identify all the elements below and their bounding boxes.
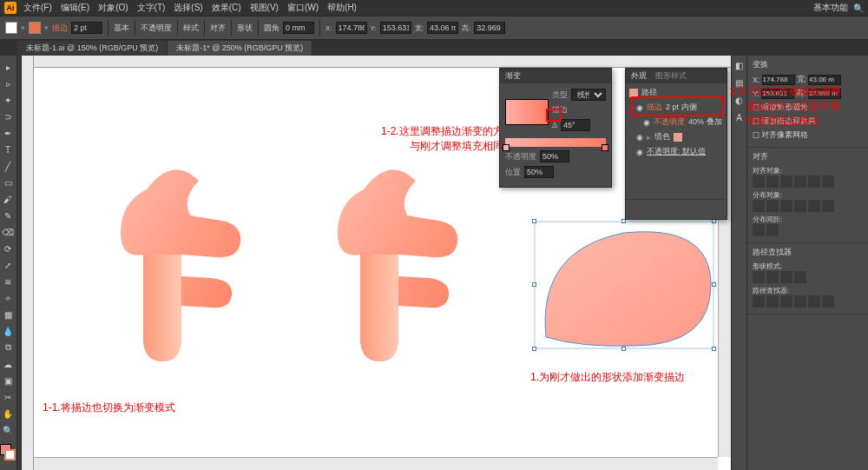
stroke-swatch[interactable] (29, 22, 41, 34)
menu-file[interactable]: 文件(F) (23, 2, 52, 14)
gradient-type-select[interactable]: 线性 (571, 89, 606, 101)
shape-btn[interactable]: 形状 (237, 23, 253, 34)
menu-select[interactable]: 选择(S) (174, 2, 202, 14)
direct-select-tool-icon[interactable]: ▹ (0, 76, 16, 91)
style-label[interactable]: 样式 (183, 23, 199, 34)
opacity-label[interactable]: 不透明度 (141, 23, 172, 34)
rotate-tool-icon[interactable]: ⟳ (0, 241, 16, 256)
dist-icon[interactable] (780, 200, 792, 212)
y-input[interactable] (380, 22, 411, 34)
width-tool-icon[interactable]: ≋ (0, 274, 16, 289)
gradient-tab[interactable]: 渐变 (505, 70, 521, 82)
selection-tool-icon[interactable]: ▸ (0, 59, 16, 75)
panel-new-icon[interactable] (697, 202, 707, 213)
h-input[interactable] (474, 22, 505, 34)
eye-icon[interactable]: ◉ (643, 118, 650, 127)
round-input[interactable] (283, 22, 314, 34)
dist-space-icon[interactable] (766, 224, 779, 236)
align-hcenter-icon[interactable] (766, 175, 779, 188)
shaper-tool-icon[interactable]: ✧ (0, 290, 16, 306)
slice-tool-icon[interactable]: ✂ (0, 389, 16, 405)
basic-dash[interactable]: 基本 (114, 23, 129, 34)
symbol-tool-icon[interactable]: ☁ (0, 356, 16, 372)
grad-loc-input[interactable] (524, 166, 554, 178)
blend-tool-icon[interactable]: ⧉ (0, 340, 16, 355)
pf-icon[interactable] (753, 295, 765, 308)
pf-icon[interactable] (794, 295, 806, 308)
w-input[interactable] (427, 22, 458, 34)
artboard-tool-icon[interactable]: ▣ (0, 373, 16, 388)
menu-view[interactable]: 视图(V) (250, 2, 279, 14)
pf-icon[interactable] (780, 295, 792, 308)
gradient-slider[interactable] (505, 138, 606, 147)
minus-icon[interactable] (766, 271, 779, 283)
align-pixel-check[interactable]: ☐ (753, 131, 760, 140)
appearance-tab[interactable]: 外观 (631, 70, 647, 82)
teardrop-shape[interactable] (529, 215, 720, 354)
doc-tab-2[interactable]: 未标题-1* @ 250% (RGB/GPU 预览) (168, 41, 312, 56)
panel-btn-icon[interactable] (645, 202, 655, 213)
align-vcenter-icon[interactable] (808, 175, 820, 188)
pf-icon[interactable] (766, 295, 779, 308)
dist-icon[interactable] (822, 200, 834, 212)
pen-tool-icon[interactable]: ✒ (0, 125, 16, 141)
fill-swatch[interactable] (5, 22, 17, 34)
hand-tool-icon[interactable]: ✋ (0, 406, 16, 421)
align-bottom-icon[interactable] (822, 175, 834, 188)
gradient-panel[interactable]: 渐变 类型线性 描边 Δ 不透明度 位置 (499, 68, 612, 188)
panel-trash-icon[interactable] (711, 202, 721, 213)
appearance-panel[interactable]: 外观 图形样式 路径 ◉描边2 pt 内侧 ◉不透明度40% 叠加 ◉▸填色 ◉… (625, 68, 727, 220)
zoom-tool-icon[interactable]: 🔍 (0, 422, 16, 438)
search-icon[interactable]: 🔍 (853, 3, 864, 13)
exclude-icon[interactable] (794, 271, 806, 283)
menu-effect[interactable]: 效果(C) (212, 2, 241, 14)
stroke-align-icon[interactable] (595, 106, 604, 115)
lasso-tool-icon[interactable]: ⊃ (0, 109, 16, 124)
menu-help[interactable]: 帮助(H) (327, 2, 357, 14)
eye-icon[interactable]: ◉ (636, 133, 643, 142)
intersect-icon[interactable] (780, 271, 792, 283)
eye-icon[interactable]: ◉ (636, 148, 643, 156)
dist-icon[interactable] (753, 200, 765, 212)
align-top-icon[interactable] (794, 175, 806, 188)
eraser-tool-icon[interactable]: ⌫ (0, 224, 16, 240)
menu-object[interactable]: 对象(O) (98, 2, 128, 14)
panel-btn-icon[interactable] (631, 202, 641, 213)
pf-icon[interactable] (822, 295, 834, 308)
x-input[interactable] (336, 22, 367, 34)
scale-tool-icon[interactable]: ⤢ (0, 257, 16, 273)
stroke-align-icon[interactable] (571, 106, 580, 115)
line-tool-icon[interactable]: ╱ (0, 158, 16, 174)
grad-opacity-input[interactable] (540, 150, 569, 162)
eyedrop-tool-icon[interactable]: 💧 (0, 323, 16, 339)
unite-icon[interactable] (753, 271, 765, 283)
gradient-preview[interactable] (505, 99, 549, 125)
menu-type[interactable]: 文字(T) (137, 2, 166, 14)
dock-w[interactable] (808, 75, 841, 85)
strip-icon[interactable]: ◧ (733, 61, 746, 73)
rect-tool-icon[interactable]: ▭ (0, 175, 16, 190)
dock-x[interactable] (762, 75, 795, 85)
align-btn[interactable]: 对齐 (210, 23, 226, 34)
workspace-label[interactable]: 基本功能 (813, 2, 848, 14)
type-tool-icon[interactable]: T (0, 142, 16, 157)
align-right-icon[interactable] (780, 175, 792, 188)
wand-tool-icon[interactable]: ✦ (0, 92, 16, 108)
stroke-align-icon[interactable] (583, 106, 592, 115)
menu-edit[interactable]: 编辑(E) (61, 2, 89, 14)
dist-icon[interactable] (766, 200, 779, 212)
graphic-styles-tab[interactable]: 图形样式 (655, 70, 687, 82)
doc-tab-1[interactable]: 未标题-1.ai @ 150% (RGB/GPU 预览) (17, 41, 168, 56)
dist-icon[interactable] (794, 200, 806, 212)
gradient-angle-input[interactable] (561, 119, 590, 131)
align-left-icon[interactable] (753, 175, 765, 188)
pencil-tool-icon[interactable]: ✎ (0, 208, 16, 223)
stroke-weight-input[interactable] (71, 22, 102, 34)
fill-color-swatch[interactable] (674, 133, 682, 142)
pf-icon[interactable] (808, 295, 820, 308)
dist-space-icon[interactable] (753, 224, 765, 236)
fill-stroke-control[interactable] (0, 444, 16, 463)
scrollbar-horizontal[interactable] (34, 457, 718, 470)
gradient-tool-icon[interactable]: ▦ (0, 307, 16, 322)
dist-icon[interactable] (808, 200, 820, 212)
